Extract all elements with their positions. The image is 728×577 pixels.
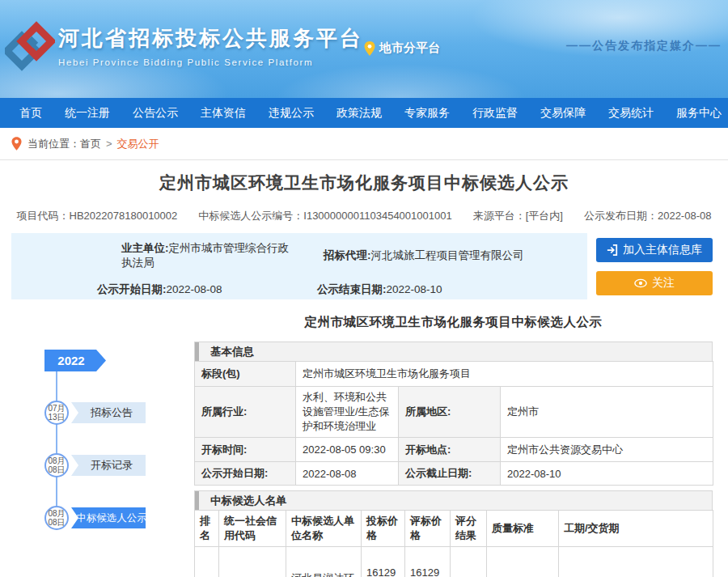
col-credit-code: 统一社会信用代码: [219, 511, 286, 547]
breadcrumb-pin-icon: [11, 137, 22, 151]
candidate-rank: 1: [195, 547, 219, 577]
industry-label: 所属行业:: [195, 387, 296, 438]
open-place-label: 开标地点:: [399, 438, 501, 462]
basic-info-table: 标段(包) 定州市城区环境卫生市场化服务项目 所属行业: 水利、环境和公共设施管…: [194, 361, 713, 486]
timeline-date-3-month: 08月: [48, 509, 65, 518]
meta-source-platform: 来源平台：[平台内]: [473, 209, 563, 223]
nav-item-entity-credit[interactable]: 主体资信: [189, 98, 257, 128]
pub-start-value: 2022-08-08: [296, 462, 399, 486]
candidate-row: 1 911306053988013418 河北昌润达环境工程有限公司 16129…: [195, 547, 713, 577]
breadcrumb-current-link[interactable]: 交易公开: [117, 137, 159, 151]
timeline-node-tender-notice: 07月 13日 招标公告: [0, 401, 193, 425]
nav-item-trade-statistics[interactable]: 交易统计: [597, 98, 665, 128]
location-pin-icon: [364, 41, 375, 56]
timeline-date-1-day: 13日: [48, 413, 65, 422]
nav-item-service-center[interactable]: 服务中心: [665, 98, 728, 128]
col-rank: 排名: [195, 511, 219, 547]
summary-info-box: 业主单位:定州市城市管理综合行政执法局 招标代理:河北城旅工程项目管理有限公司 …: [11, 233, 587, 299]
pub-end-label: 公示截止日期:: [399, 462, 501, 486]
candidate-eval-price: 161299627.18元人民币: [405, 547, 451, 577]
timeline-date-2: 08月 08日: [44, 453, 69, 477]
meta-project-code-label: 项目代码：: [17, 210, 70, 222]
timeline-link-candidates[interactable]: 中标候选人公示: [71, 507, 146, 528]
city-platform-label: 地市分平台: [379, 40, 440, 56]
col-bid-price: 投标价格: [362, 511, 405, 547]
candidate-bid-price: 161299627.18元人民币: [362, 547, 405, 577]
bidding-agent-value: 河北城旅工程项目管理有限公司: [371, 249, 524, 261]
open-place-value: 定州市公共资源交易中心: [501, 438, 713, 462]
col-eval-price: 评标价格: [405, 511, 451, 547]
follow-button[interactable]: 关注: [596, 271, 713, 295]
join-entity-library-button[interactable]: 加入主体信息库: [596, 238, 713, 262]
candidate-credit-code: 911306053988013418: [219, 547, 286, 577]
timeline-node-bid-opening: 08月 08日 开标记录: [0, 453, 193, 477]
breadcrumb: 当前位置： 首页 > 交易公开: [0, 128, 728, 160]
timeline-date-2-month: 08月: [48, 456, 65, 465]
candidates-header: 中标候选人名单: [194, 490, 713, 510]
meta-project-code: 项目代码：HB2022078180010002: [17, 209, 178, 223]
follow-label: 关注: [652, 276, 675, 291]
timeline-date-2-day: 08日: [48, 465, 65, 474]
meta-notice-number: 中标候选人公示编号：I1300000001103454001001001: [198, 209, 451, 223]
meta-publish-date-value: 2022-08-08: [658, 210, 712, 222]
candidates-header-row: 排名 统一社会信用代码 中标候选人单位名称 投标价格 评标价格 评分结果 质量标…: [195, 511, 713, 547]
col-quality: 质量标准: [487, 511, 559, 547]
col-duration: 工期/交货期: [559, 511, 713, 547]
meta-publish-date-label: 公示发布日期：: [584, 210, 658, 222]
timeline-date-1-month: 07月: [48, 404, 65, 413]
meta-notice-number-value: I1300000001103454001001001: [303, 210, 451, 222]
col-score: 评分结果: [451, 511, 487, 547]
site-subtitle: Hebei Province Bidding Public Service Pl…: [58, 57, 363, 67]
platform-logo-icon: [5, 21, 55, 78]
timeline-year-flag: 2022: [44, 350, 106, 371]
breadcrumb-home-link[interactable]: 首页: [80, 137, 101, 151]
open-time-label: 开标时间:: [195, 438, 296, 462]
candidates-table: 排名 统一社会信用代码 中标候选人单位名称 投标价格 评标价格 评分结果 质量标…: [194, 510, 713, 577]
owner-unit-label: 业主单位:: [121, 242, 169, 254]
publicity-start-label: 公示开始日期:: [97, 283, 167, 295]
candidate-duration: 12年: [559, 547, 713, 577]
timeline-link-bid-opening[interactable]: 开标记录: [71, 455, 146, 476]
process-timeline: 2022 07月 13日 招标公告 08月 08日 开标记录 08月 08日 中…: [0, 348, 193, 577]
timeline-link-tender-notice[interactable]: 招标公告: [71, 402, 146, 423]
candidate-quality: 合格: [487, 547, 559, 577]
nav-item-policies[interactable]: 政策法规: [325, 98, 393, 128]
publicity-end: 公示结束日期:2022-08-10: [299, 282, 587, 297]
nav-item-register[interactable]: 统一注册: [53, 98, 121, 128]
publicity-start-value: 2022-08-08: [167, 283, 222, 295]
meta-source-platform-label: 来源平台：: [473, 210, 526, 222]
timeline-date-3-day: 08日: [48, 518, 65, 527]
timeline-line: [56, 371, 57, 519]
login-icon: [607, 244, 618, 256]
nav-item-violations[interactable]: 违规公示: [257, 98, 325, 128]
timeline-date-1: 07月 13日: [44, 401, 69, 425]
open-time-value: 2022-08-05 09:30: [296, 438, 399, 462]
breadcrumb-label: 当前位置：: [28, 137, 80, 151]
action-buttons: 加入主体信息库 关注: [596, 238, 713, 295]
basic-info-header: 基本信息: [194, 342, 713, 361]
nav-item-admin-supervision[interactable]: 行政监督: [461, 98, 529, 128]
meta-notice-number-label: 中标候选人公示编号：: [198, 210, 303, 222]
nav-item-expert-services[interactable]: 专家服务: [393, 98, 461, 128]
main-content: 定州市城区环境卫生市场化服务项目中标候选人公示 基本信息 标段(包) 定州市城区…: [194, 314, 713, 577]
pub-start-label: 公示开始日期:: [195, 462, 296, 486]
publicity-end-value: 2022-08-10: [387, 283, 442, 295]
region-value: 定州市: [501, 387, 713, 438]
timeline-node-candidates: 08月 08日 中标候选人公示: [0, 506, 193, 530]
nav-item-announcements[interactable]: 公告公示: [121, 98, 189, 128]
industry-value: 水利、环境和公共设施管理业/生态保护和环境治理业: [296, 387, 399, 438]
main-nav: 首页 统一注册 公告公示 主体资信 违规公示 政策法规 专家服务 行政监督 交易…: [0, 98, 728, 128]
bidding-agent: 招标代理:河北城旅工程项目管理有限公司: [299, 248, 587, 263]
page-title: 定州市城区环境卫生市场化服务项目中标候选人公示: [0, 172, 728, 194]
city-platform-link[interactable]: 地市分平台: [364, 40, 440, 56]
bidding-agent-label: 招标代理:: [324, 249, 371, 261]
content-title: 定州市城区环境卫生市场化服务项目中标候选人公示: [194, 314, 713, 331]
brand-block: 河北省招标投标公共服务平台 Hebei Province Bidding Pub…: [58, 24, 363, 67]
nav-item-home[interactable]: 首页: [8, 98, 53, 128]
site-title: 河北省招标投标公共服务平台: [58, 24, 363, 53]
join-entity-library-label: 加入主体信息库: [623, 243, 702, 257]
media-note: ——公告发布指定媒介——: [566, 39, 722, 53]
site-header: 河北省招标投标公共服务平台 Hebei Province Bidding Pub…: [0, 0, 728, 98]
nav-item-trade-guarantee[interactable]: 交易保障: [529, 98, 597, 128]
bid-section-value: 定州市城区环境卫生市场化服务项目: [296, 362, 713, 387]
